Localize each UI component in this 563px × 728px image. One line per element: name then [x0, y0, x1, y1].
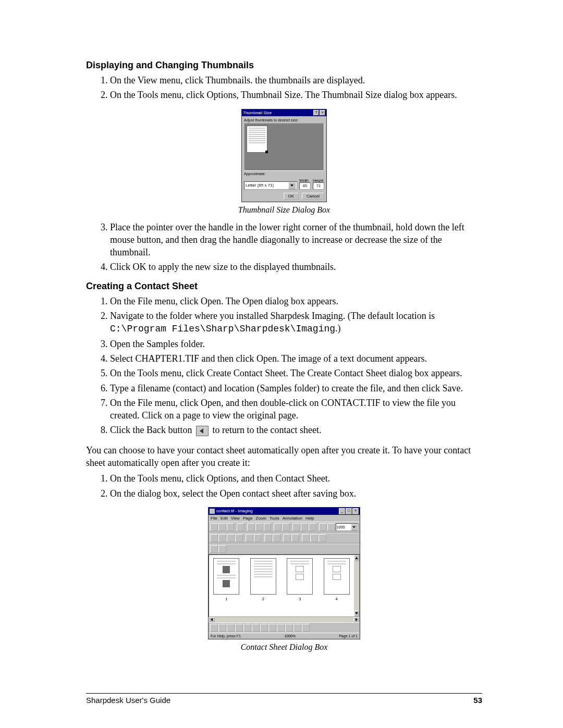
- chevron-down-icon[interactable]: [288, 182, 296, 189]
- menu-page[interactable]: Page: [243, 516, 253, 521]
- close-icon[interactable]: ×: [352, 508, 359, 514]
- page-label-2: 2: [248, 597, 279, 601]
- thumb-step-4: Click OK to apply the new size to the di…: [110, 261, 482, 273]
- annot-icon[interactable]: [277, 624, 285, 632]
- contact-step-9: On the Tools menu, click Options, and th…: [110, 472, 482, 485]
- cut-icon[interactable]: [247, 523, 255, 531]
- page-thumb-1[interactable]: [213, 558, 239, 595]
- save-icon[interactable]: [227, 523, 235, 531]
- annot-icon[interactable]: [293, 624, 301, 632]
- tool-icon[interactable]: [235, 534, 243, 542]
- menu-annotation[interactable]: Annotation: [283, 516, 302, 521]
- width-value: 85: [299, 182, 311, 190]
- print-icon[interactable]: [237, 523, 244, 531]
- tool-icon[interactable]: [291, 534, 299, 542]
- tool-icon[interactable]: [227, 534, 235, 542]
- zoom-value: 1000: [337, 525, 345, 529]
- new-icon[interactable]: [210, 523, 218, 531]
- scroll-down-icon[interactable]: [354, 610, 359, 616]
- annot-icon[interactable]: [268, 624, 276, 632]
- vertical-scrollbar[interactable]: [354, 555, 359, 616]
- scroll-right-icon[interactable]: [353, 617, 360, 622]
- annot-icon[interactable]: [218, 624, 226, 632]
- zoom-select-icon[interactable]: [309, 523, 316, 531]
- thumb-step-2: On the Tools menu, click Options, Thumbn…: [110, 89, 482, 101]
- toolbar-bottom: [209, 622, 360, 633]
- size-select-value: Letter (85 x 71): [246, 183, 274, 188]
- size-select[interactable]: Letter (85 x 71): [244, 181, 297, 190]
- close-icon[interactable]: ×: [320, 110, 325, 116]
- cancel-button[interactable]: Cancel: [302, 193, 324, 200]
- annot-icon[interactable]: [243, 624, 251, 632]
- open-icon[interactable]: [218, 523, 226, 531]
- menu-tools[interactable]: Tools: [270, 516, 279, 521]
- thumbnail-preview-area: [244, 123, 324, 171]
- tool-icon[interactable]: [246, 534, 253, 542]
- thumbnail-preview[interactable]: [247, 126, 267, 153]
- width-label: Width: [299, 179, 311, 182]
- status-page: Page 1 of 1: [339, 634, 358, 638]
- fit-page-icon[interactable]: [327, 523, 335, 531]
- menu-zoom[interactable]: Zoom: [256, 516, 266, 521]
- contact-step-4: Select CHAPTER1.TIF and then click Open.…: [110, 352, 482, 365]
- menu-help[interactable]: Help: [305, 516, 314, 521]
- help-icon[interactable]: ?: [313, 110, 319, 116]
- minimize-icon[interactable]: _: [339, 508, 345, 514]
- redo-icon[interactable]: [282, 523, 290, 531]
- figure1-caption: Thumbnail Size Dialog Box: [86, 205, 482, 215]
- annot-icon[interactable]: [260, 624, 268, 632]
- contact-paragraph: You can choose to have your contact shee…: [86, 444, 482, 470]
- tool-icon[interactable]: [254, 534, 262, 542]
- thumb-step-1: On the View menu, click Thumbnails. the …: [110, 74, 482, 87]
- status-bar: For Help, press F1 1000% Page 1 of 1: [209, 633, 360, 639]
- toolbar-1: 1000: [209, 522, 360, 533]
- annot-icon[interactable]: [285, 624, 293, 632]
- copy-icon[interactable]: [255, 523, 263, 531]
- page-thumb-2[interactable]: [250, 558, 276, 595]
- footer-left: Sharpdesk User's Guide: [86, 696, 170, 705]
- ok-button[interactable]: OK: [284, 193, 299, 200]
- annot-icon[interactable]: [210, 624, 218, 632]
- tool-icon[interactable]: [302, 534, 310, 542]
- scroll-up-icon[interactable]: [354, 555, 359, 561]
- tool-icon[interactable]: [264, 534, 272, 542]
- annot-icon[interactable]: [302, 624, 310, 632]
- zoom-in-icon[interactable]: [292, 523, 300, 531]
- maximize-icon[interactable]: □: [346, 508, 352, 514]
- page-thumb-4[interactable]: [324, 558, 350, 595]
- section-heading-contact-sheet: Creating a Contact Sheet: [86, 281, 482, 292]
- contact-step-5: On the Tools menu, click Create Contact …: [110, 367, 482, 379]
- tool-icon[interactable]: [210, 534, 218, 542]
- resize-handle-icon[interactable]: [265, 151, 268, 153]
- undo-icon[interactable]: [274, 523, 282, 531]
- page-label-4: 4: [322, 597, 352, 601]
- toolbar-2: [209, 533, 360, 544]
- contact-step-8b: to return to the contact sheet.: [210, 425, 321, 435]
- annot-icon[interactable]: [252, 624, 260, 632]
- zoom-combo[interactable]: 1000: [336, 523, 358, 531]
- paste-icon[interactable]: [264, 523, 272, 531]
- menu-edit[interactable]: Edit: [221, 516, 228, 521]
- tool-icon[interactable]: [283, 534, 291, 542]
- chevron-down-icon[interactable]: [351, 524, 357, 530]
- tool-icon[interactable]: [319, 534, 326, 542]
- tool-icon[interactable]: [310, 534, 318, 542]
- scroll-left-icon[interactable]: [209, 617, 215, 622]
- contact-step-2c: .): [335, 323, 341, 334]
- tool-icon[interactable]: [218, 534, 226, 542]
- annot-icon[interactable]: [235, 624, 243, 632]
- thumb-step-3: Place the pointer over the handle in the…: [110, 221, 482, 259]
- page-label-3: 3: [285, 597, 315, 601]
- first-page-icon[interactable]: [210, 545, 218, 553]
- tool-icon[interactable]: [273, 534, 280, 542]
- zoom-out-icon[interactable]: [301, 523, 309, 531]
- contact-step-2-path: C:\Program Files\Sharp\Sharpdesk\Imaging: [110, 324, 335, 334]
- toolbar-3: [209, 544, 360, 554]
- fit-width-icon[interactable]: [319, 523, 327, 531]
- horizontal-scrollbar[interactable]: [209, 617, 360, 622]
- annot-icon[interactable]: [227, 624, 235, 632]
- menu-view[interactable]: View: [231, 516, 240, 521]
- menu-file[interactable]: File: [211, 516, 217, 521]
- page-thumb-3[interactable]: [287, 558, 313, 595]
- prev-page-icon[interactable]: [218, 545, 226, 553]
